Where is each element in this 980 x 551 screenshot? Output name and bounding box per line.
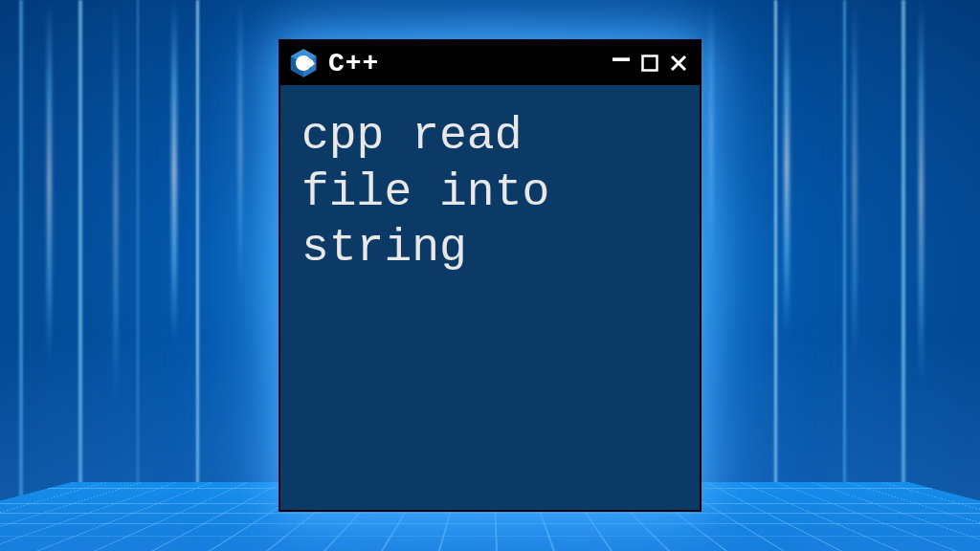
- svg-text:+: +: [312, 60, 315, 66]
- maximize-button[interactable]: [638, 52, 661, 75]
- svg-text:+: +: [309, 60, 312, 66]
- titlebar[interactable]: + + C++ –: [280, 41, 700, 85]
- light-streak: [854, 0, 856, 364]
- minimize-button[interactable]: –: [610, 47, 633, 70]
- svg-rect-5: [643, 56, 657, 71]
- light-streak: [710, 0, 712, 268]
- window-title: C++: [328, 49, 600, 78]
- body-text: cpp read file into string: [301, 108, 679, 276]
- light-streak: [920, 0, 923, 383]
- close-button[interactable]: [667, 52, 690, 75]
- cpp-logo-icon: + +: [288, 48, 319, 78]
- light-streak: [785, 0, 789, 335]
- light-streak: [115, 0, 117, 402]
- light-streak: [48, 0, 51, 364]
- window-controls: –: [610, 52, 690, 75]
- light-streak: [239, 0, 241, 287]
- terminal-window: + + C++ – cpp read file into string: [278, 39, 702, 512]
- light-streak: [172, 0, 176, 344]
- window-body: cpp read file into string: [280, 85, 700, 510]
